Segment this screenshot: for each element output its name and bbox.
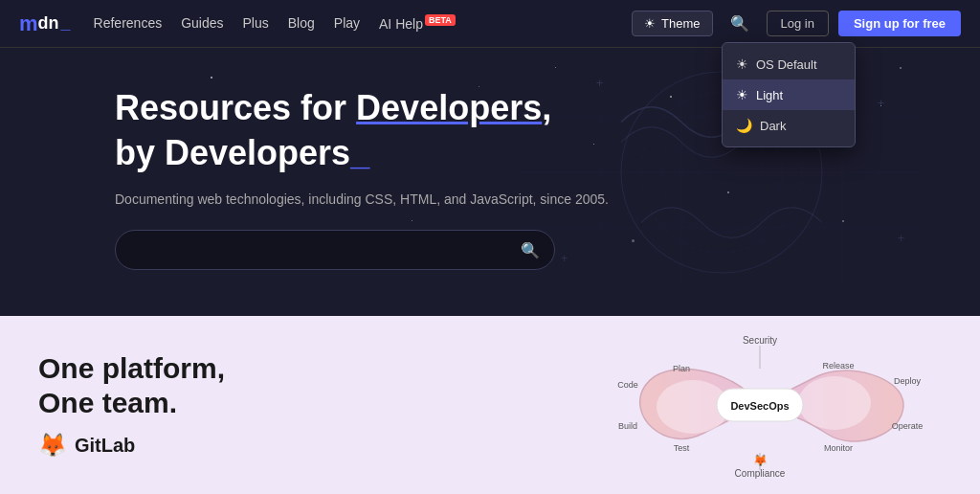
theme-dark[interactable]: 🌙 Dark: [723, 110, 855, 141]
signup-button[interactable]: Sign up for free: [838, 11, 961, 36]
nav-guides[interactable]: Guides: [181, 15, 223, 32]
ad-headline-line2: One team.: [38, 387, 177, 418]
svg-text:DevSecOps: DevSecOps: [730, 400, 789, 412]
svg-text:+: +: [561, 253, 568, 266]
nav-links: References Guides Plus Blog Play AI Help…: [94, 15, 632, 32]
svg-text:Code: Code: [617, 380, 638, 390]
nav-right: ☀ Theme 🔍 Log in Sign up for free: [632, 11, 961, 36]
nav-ai-help[interactable]: AI HelpBETA: [379, 15, 456, 32]
theme-button[interactable]: ☀ Theme: [632, 11, 712, 36]
hero-subtext: Documenting web technologies, including …: [115, 191, 942, 207]
svg-text:Monitor: Monitor: [824, 443, 853, 453]
search-button[interactable]: 🔍: [723, 11, 757, 36]
headline-cursor: _: [350, 133, 369, 172]
hero-search-input[interactable]: [115, 230, 555, 270]
beta-badge: BETA: [425, 14, 456, 26]
nav-blog[interactable]: Blog: [288, 15, 315, 32]
login-button[interactable]: Log in: [767, 11, 829, 36]
devsecops-diagram: DevSecOps Security Compliance Code Build…: [578, 328, 942, 482]
svg-text:🦊: 🦊: [753, 453, 768, 467]
theme-os-default[interactable]: ☀ OS Default: [723, 49, 855, 79]
gitlab-logo[interactable]: 🦊 GitLab: [38, 432, 578, 459]
nav-plus[interactable]: Plus: [243, 15, 269, 32]
hero-search-container: 🔍: [115, 230, 555, 270]
svg-point-16: [798, 376, 871, 430]
theme-dark-label: Dark: [760, 119, 786, 133]
theme-sun-icon: ☀: [644, 16, 656, 31]
nav-references[interactable]: References: [94, 15, 163, 32]
light-icon: ☀: [736, 87, 748, 102]
svg-text:Release: Release: [822, 361, 854, 370]
theme-label: Theme: [661, 16, 700, 31]
ad-banner: One platform, One team. 🦊 GitLab: [0, 316, 980, 494]
headline-suffix: by Developers: [115, 133, 350, 172]
svg-text:Plan: Plan: [673, 364, 690, 373]
ad-text: One platform, One team. 🦊 GitLab: [38, 351, 578, 459]
hero-search-icon: 🔍: [521, 240, 540, 258]
logo-m: m: [19, 11, 38, 36]
headline-prefix: Resources for: [115, 88, 356, 127]
svg-text:+: +: [898, 233, 904, 246]
ad-headline-line1: One platform,: [38, 352, 225, 384]
infinity-svg: DevSecOps Security Compliance Code Build…: [578, 328, 942, 482]
mdn-logo[interactable]: m dn _: [19, 11, 71, 36]
navigation: m dn _ References Guides Plus Blog Play …: [0, 0, 980, 48]
headline-comma: ,: [542, 88, 551, 127]
svg-text:Deploy: Deploy: [894, 376, 922, 386]
os-default-icon: ☀: [736, 56, 748, 72]
svg-text:Build: Build: [618, 421, 637, 431]
dark-icon: 🌙: [736, 118, 752, 133]
hero-headline: Resources for Developers, by Developers_: [115, 86, 612, 176]
theme-light-label: Light: [756, 88, 783, 102]
svg-text:Operate: Operate: [892, 421, 924, 431]
svg-text:+: +: [878, 97, 884, 110]
theme-light[interactable]: ☀ Light: [723, 79, 855, 110]
ad-headline: One platform, One team.: [38, 351, 578, 420]
headline-developers: Developers: [356, 88, 542, 127]
theme-os-default-label: OS Default: [756, 57, 817, 72]
logo-slash: _: [61, 13, 71, 34]
gitlab-brand-name: GitLab: [75, 435, 135, 457]
theme-dropdown: ☀ OS Default ☀ Light 🌙 Dark: [722, 42, 856, 147]
logo-text: dn: [38, 13, 59, 34]
nav-play[interactable]: Play: [334, 15, 360, 32]
svg-text:Test: Test: [674, 443, 690, 453]
gitlab-icon: 🦊: [38, 432, 67, 459]
svg-text:Security: Security: [743, 335, 777, 346]
